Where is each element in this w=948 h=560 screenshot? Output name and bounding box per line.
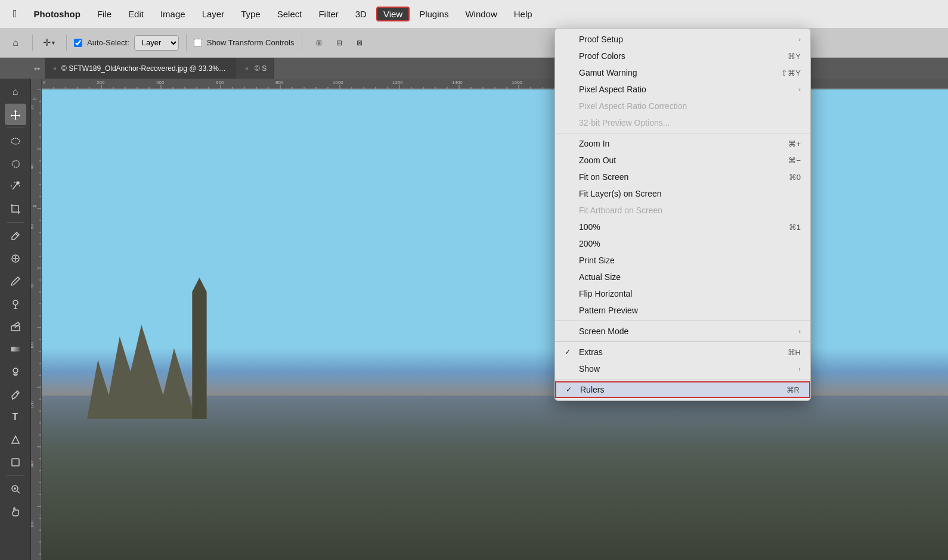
auto-select-checkbox[interactable] <box>74 39 82 47</box>
tool-path-selection[interactable] <box>5 429 26 450</box>
svg-text:160: 160 <box>31 521 34 528</box>
tool-type[interactable]: T <box>5 406 26 428</box>
menu-item-extras[interactable]: ✓ Extras ⌘H <box>555 344 810 360</box>
home-button[interactable]: ⌂ <box>6 33 25 52</box>
svg-text:120: 120 <box>31 402 34 409</box>
move-dropdown-icon: ▼ <box>51 40 56 46</box>
menu-item-fit-on-screen[interactable]: Fit on Screen ⌘0 <box>555 169 810 185</box>
menubar-view[interactable]: View <box>376 7 410 21</box>
auto-select-dropdown[interactable]: Layer Group <box>134 35 179 51</box>
svg-line-18 <box>17 491 20 493</box>
tool-shape[interactable] <box>5 452 26 473</box>
align-right-btn[interactable]: ⊠ <box>350 33 369 52</box>
menu-item-pixel-aspect-ratio[interactable]: Pixel Aspect Ratio › <box>555 81 810 98</box>
extras-checkmark: ✓ <box>565 348 574 356</box>
menubar-type[interactable]: Type <box>234 7 268 21</box>
svg-text:1600: 1600 <box>512 80 522 85</box>
shortcut-zoom-in: ⌘+ <box>788 139 801 148</box>
tool-brush[interactable] <box>5 270 26 292</box>
tool-eraser[interactable] <box>5 316 26 337</box>
svg-text:100: 100 <box>31 342 34 349</box>
menu-item-zoom-in[interactable]: Zoom In ⌘+ <box>555 135 810 152</box>
tool-sep-3 <box>7 475 24 476</box>
menu-item-100pct[interactable]: 100% ⌘1 <box>555 219 810 235</box>
menubar-image[interactable]: Image <box>153 7 193 21</box>
show-transform-label: Show Transform Controls <box>207 38 295 47</box>
svg-text:400: 400 <box>156 80 165 85</box>
menubar-file[interactable]: File <box>90 7 119 21</box>
tool-gradient[interactable] <box>5 338 26 360</box>
menubar-photoshop[interactable]: Photoshop <box>27 7 88 21</box>
menubar-layer[interactable]: Layer <box>195 7 232 21</box>
menu-item-200pct[interactable]: 200% <box>555 235 810 252</box>
tool-clone-stamp[interactable] <box>5 293 26 315</box>
menu-item-actual-size[interactable]: Actual Size <box>555 269 810 285</box>
menu-item-proof-setup[interactable]: Proof Setup › <box>555 31 810 48</box>
menu-item-zoom-out[interactable]: Zoom Out ⌘− <box>555 152 810 169</box>
tool-move[interactable] <box>5 104 26 125</box>
zoom-icon <box>10 484 21 494</box>
menu-item-print-size[interactable]: Print Size <box>555 252 810 269</box>
svg-point-11 <box>13 300 18 305</box>
tool-dodge[interactable] <box>5 361 26 382</box>
tool-zoom[interactable] <box>5 478 26 500</box>
tool-lasso[interactable] <box>5 153 26 175</box>
ruler-left: 0 2 0 20 40 60 80 100 120 140 160 <box>31 89 42 560</box>
tool-crop[interactable] <box>5 198 26 220</box>
eyedropper-icon <box>10 231 21 241</box>
svg-rect-12 <box>11 326 20 331</box>
tool-healing[interactable] <box>5 248 26 269</box>
svg-line-15 <box>16 392 18 394</box>
menubar-select[interactable]: Select <box>270 7 309 21</box>
tool-eyedropper[interactable] <box>5 225 26 247</box>
menubar-edit[interactable]: Edit <box>121 7 151 21</box>
menu-item-pattern-preview[interactable]: Pattern Preview <box>555 302 810 319</box>
auto-select-label: Auto-Select: <box>87 38 129 47</box>
show-transform-checkbox[interactable] <box>194 39 202 47</box>
align-left-btn[interactable]: ⊞ <box>309 33 329 52</box>
tool-marquee-elliptical[interactable] <box>5 130 26 152</box>
tool-home[interactable]: ⌂ <box>5 81 26 102</box>
menu-item-gamut-warning[interactable]: Gamut Warning ⇧⌘Y <box>555 64 810 81</box>
menu-item-show[interactable]: Show › <box>555 360 810 377</box>
tool-magic-wand[interactable] <box>5 176 26 197</box>
menubar-filter[interactable]: Filter <box>311 7 345 21</box>
menu-arrow-screen-mode: › <box>798 328 801 335</box>
tab-close-secondary[interactable]: × <box>243 64 251 73</box>
menu-item-fit-artboard: Fit Artboard on Screen <box>555 202 810 219</box>
tool-sep-1 <box>7 127 24 128</box>
menu-item-screen-mode[interactable]: Screen Mode › <box>555 323 810 340</box>
menu-item-par-correction: Pixel Aspect Ratio Correction <box>555 98 810 114</box>
view-dropdown-menu[interactable]: Proof Setup › Proof Colors ⌘Y Gamut Warn… <box>554 28 811 401</box>
path-selection-icon <box>10 434 21 445</box>
svg-text:800: 800 <box>275 80 284 85</box>
tab-main[interactable]: × © SFTW189_OldAnchor-Recovered.jpg @ 33… <box>45 58 236 79</box>
apple-menu[interactable]:  <box>6 5 24 23</box>
tab-expand-arrow[interactable]: ▸▸ <box>31 58 44 79</box>
menubar:  Photoshop File Edit Image Layer Type S… <box>0 0 948 28</box>
menubar-3d[interactable]: 3D <box>348 7 374 21</box>
svg-text:140: 140 <box>31 461 34 468</box>
align-center-btn[interactable]: ⊟ <box>330 33 349 52</box>
canvas-image <box>42 89 948 560</box>
menubar-window[interactable]: Window <box>458 7 504 21</box>
svg-text:0: 0 <box>32 97 38 100</box>
tool-pen[interactable] <box>5 384 26 405</box>
tool-hand[interactable] <box>5 501 26 522</box>
menu-item-proof-colors[interactable]: Proof Colors ⌘Y <box>555 48 810 64</box>
shortcut-extras: ⌘H <box>788 348 801 357</box>
menubar-plugins[interactable]: Plugins <box>412 7 456 21</box>
toolbar-sep-2 <box>66 35 67 51</box>
tab-close-main[interactable]: × <box>52 64 58 73</box>
gradient-icon <box>10 344 21 354</box>
menu-item-flip-horizontal[interactable]: Flip Horizontal <box>555 285 810 302</box>
shape-icon <box>10 457 21 468</box>
shortcut-rulers: ⌘R <box>786 385 800 394</box>
menu-item-rulers[interactable]: ✓ Rulers ⌘R <box>555 381 810 398</box>
move-tool-icon <box>10 109 21 120</box>
svg-point-1 <box>11 138 20 144</box>
menubar-help[interactable]: Help <box>507 7 540 21</box>
menu-item-fit-layers[interactable]: Fit Layer(s) on Screen <box>555 185 810 202</box>
tab-secondary[interactable]: × © S <box>236 58 274 79</box>
move-tool-options[interactable]: ✛ ▼ <box>40 33 59 52</box>
